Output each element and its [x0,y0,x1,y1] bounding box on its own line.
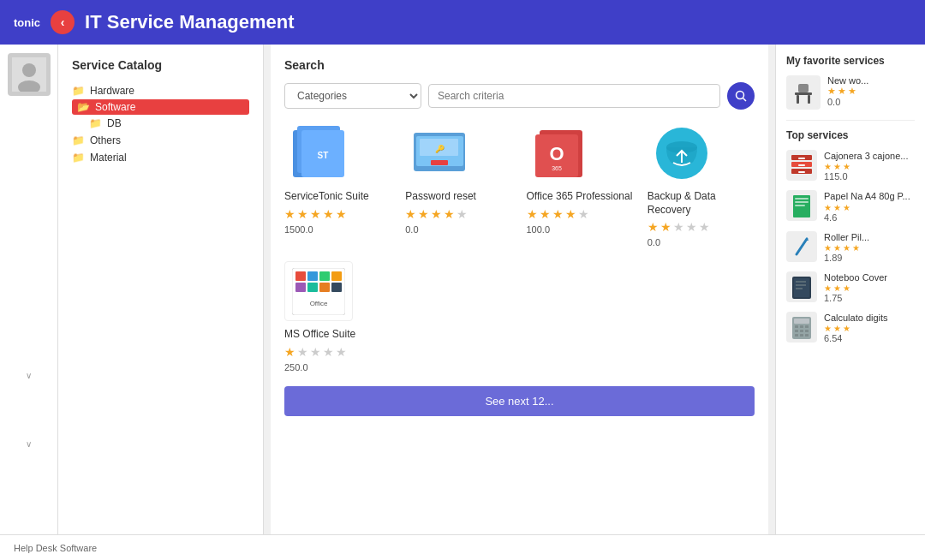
svg-rect-63 [795,330,798,332]
service-name-1: Password reset [405,190,476,204]
svg-rect-32 [795,92,812,95]
svg-line-4 [743,98,747,102]
fav-img-0 [786,75,821,110]
avatar [8,53,51,96]
service-img-0: ST [284,123,353,183]
service-stars-4: ★ ★ ★ ★ ★ [284,345,347,359]
svg-rect-64 [800,330,803,332]
svg-rect-28 [319,283,330,292]
section-divider [786,120,915,121]
right-panel: My favorite services New wo... ★ ★ ★ [775,45,925,534]
favorites-title: My favorite services [786,55,915,67]
service-stars-0: ★ ★ ★ ★ ★ [284,207,347,221]
catalog-item-hardware[interactable]: 📁 Hardware [72,82,249,99]
svg-rect-29 [331,283,342,292]
footer-label: Help Desk Software [14,543,97,553]
search-button[interactable] [727,82,755,110]
search-panel: Search Categories [271,45,768,534]
service-card-0[interactable]: ST ServiceTonic Suite ★ ★ ★ ★ ★ 1500.0 [284,123,391,247]
service-score-0: 1500.0 [284,224,313,235]
service-name-3: Backup & Data Recovery [648,190,755,217]
service-card-2[interactable]: O 365 Office 365 Professional ★ ★ ★ ★ ★ … [527,123,634,247]
svg-text:365: 365 [552,165,562,171]
svg-rect-27 [307,283,318,292]
svg-rect-68 [805,334,809,337]
svg-rect-34 [808,95,810,104]
catalog-item-material[interactable]: 📁 Material [72,149,249,166]
catalog-title: Service Catalog [72,58,249,72]
top-info-2: Roller Pil... ★ ★ ★ ★ 1.89 [824,231,915,263]
svg-rect-65 [805,330,809,332]
svg-text:🔑: 🔑 [435,144,445,154]
folder-icon: 📁 [72,85,85,97]
folder-icon-material: 📁 [72,152,85,164]
catalog-item-db[interactable]: 📁 DB [89,115,249,132]
svg-rect-26 [295,283,306,292]
service-score-4: 250.0 [284,362,308,372]
service-score-1: 0.0 [405,224,418,235]
service-score-3: 0.0 [648,237,660,247]
service-stars-2: ★ ★ ★ ★ ★ [527,207,589,221]
service-img-3 [648,123,716,183]
header: tonic ‹ IT Service Management [0,0,925,45]
back-button[interactable]: ‹ [51,10,75,34]
svg-point-1 [22,63,36,77]
service-card-4[interactable]: Office MS Office Suite ★ ★ ★ ★ ★ 250.0 [284,261,391,372]
top-stars-2: ★ ★ ★ ★ [824,243,915,253]
sidebar-chevron-down: ∨ [26,371,32,380]
search-input[interactable] [428,84,720,108]
svg-rect-24 [319,271,330,281]
top-score-3: 1.75 [824,293,915,303]
top-info-1: Papel Na A4 80g P... ★ ★ ★ 4.6 [824,190,915,222]
fav-name-0: New wo... [827,75,915,86]
top-stars-1: ★ ★ ★ [824,203,915,212]
top-score-0: 115.0 [824,171,915,182]
top-item-4[interactable]: Calculato digits ★ ★ ★ 6.54 [786,312,915,343]
svg-rect-59 [794,319,809,324]
svg-rect-67 [800,334,803,337]
top-item-3[interactable]: Noteboo Cover ★ ★ ★ 1.75 [786,271,915,303]
svg-rect-53 [794,278,809,297]
catalog-item-others[interactable]: 📁 Others [72,132,249,149]
top-item-1[interactable]: Papel Na A4 80g P... ★ ★ ★ 4.6 [786,190,915,222]
service-card-3[interactable]: Backup & Data Recovery ★ ★ ★ ★ ★ 0.0 [648,123,755,247]
service-stars-1: ★ ★ ★ ★ ★ [405,207,468,221]
top-name-4: Calculato digits [824,312,915,324]
svg-rect-35 [798,84,809,92]
fav-item-0[interactable]: New wo... ★ ★ ★ 0.0 [786,75,915,110]
svg-rect-22 [295,271,306,281]
svg-rect-12 [431,160,448,165]
top-img-2 [786,231,817,262]
see-next-button[interactable]: See next 12... [284,386,755,416]
service-img-4: Office [284,261,353,321]
sidebar: ∨ ∨ [0,45,58,534]
svg-rect-23 [307,271,318,281]
service-name-4: MS Office Suite [284,328,355,342]
footer: Help Desk Software [0,534,925,560]
svg-rect-33 [797,95,799,104]
fav-stars-0: ★ ★ ★ [827,86,915,97]
top-item-2[interactable]: Roller Pil... ★ ★ ★ ★ 1.89 [786,231,915,263]
svg-rect-46 [795,201,809,203]
folder-icon-others: 📁 [72,134,85,146]
service-card-1[interactable]: 🔑 Password reset ★ ★ ★ ★ ★ 0.0 [405,123,512,247]
fav-info-0: New wo... ★ ★ ★ 0.0 [827,75,915,107]
top-score-2: 1.89 [824,253,915,263]
categories-select[interactable]: Categories [284,83,421,109]
svg-text:O: O [549,143,564,164]
top-stars-3: ★ ★ ★ [824,283,915,293]
catalog-item-software[interactable]: 📂 Software [72,99,249,115]
top-score-1: 4.6 [824,212,915,223]
top-stars-0: ★ ★ ★ [824,162,915,171]
svg-rect-62 [805,325,809,328]
svg-rect-40 [798,158,805,159]
top-img-1 [786,190,817,221]
catalog-tree: 📁 Hardware 📂 Software 📁 DB 📁 Others 📁 M [72,82,249,166]
top-item-0[interactable]: Cajonera 3 cajone... ★ ★ ★ 115.0 [786,150,915,182]
fav-score-0: 0.0 [827,97,915,107]
service-img-2: O 365 [527,123,595,183]
svg-rect-42 [798,171,805,173]
svg-text:ST: ST [318,151,329,160]
search-bar: Categories [284,82,755,110]
svg-rect-41 [798,164,805,166]
